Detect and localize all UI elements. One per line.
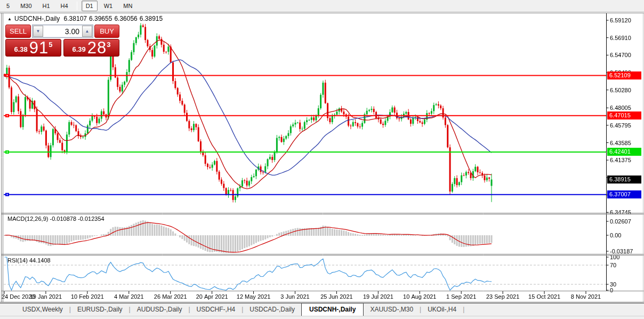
ohlc-high: 6.39655 (89, 15, 112, 22)
volume-stepper: ▼ ▲ (32, 25, 93, 38)
collapse-icon[interactable]: ▲ (7, 17, 12, 21)
rsi-indicator-label: RSI(14) 44.1408 (7, 257, 51, 264)
timeframe-button-5[interactable]: 5 (2, 1, 14, 11)
ohlc-low: 6.36056 (114, 15, 137, 22)
chart-title: ▲USDCNH-,Daily 6.381076.396556.360566.38… (7, 15, 165, 22)
buy-price-sup: 3 (107, 41, 110, 49)
sell-price-prefix: 6.38 (14, 45, 27, 53)
timeframe-button-h4[interactable]: H4 (57, 1, 73, 11)
sell-price-big: 91 (29, 40, 49, 55)
status-bar (0, 316, 644, 319)
macd-indicator-label: MACD(12,26,9) -0.010878 -0.012354 (7, 216, 104, 222)
volume-increase-button[interactable]: ▲ (82, 26, 92, 37)
sell-button[interactable]: SELL (5, 25, 31, 38)
chevron-down-icon: ▼ (36, 29, 41, 34)
chart-symbol-label: USDCNH-,Daily (14, 15, 60, 22)
terminal-window: 5M30H1H4D1W1MN ▲USDCNH-,Daily 6.381076.3… (0, 0, 644, 319)
buy-price-prefix: 6.39 (72, 45, 85, 53)
buy-price-display[interactable]: 6.39 28 3 (63, 39, 119, 57)
timeframe-button-w1[interactable]: W1 (100, 1, 117, 11)
volume-input[interactable] (43, 26, 82, 37)
hline-price-label: 6.52109 (607, 71, 641, 79)
timeframe-button-h1[interactable]: H1 (38, 1, 54, 11)
chart-tabbar: USDX,Weekly|EURUSD-,Daily|AUDUSD-,Daily|… (0, 303, 644, 316)
timeframe-button-d1[interactable]: D1 (82, 1, 98, 11)
timeframe-button-m30[interactable]: M30 (16, 1, 36, 11)
tab-usdx-weekly[interactable]: USDX,Weekly (16, 304, 69, 315)
hline-price-label: 6.37007 (607, 190, 641, 198)
tab-ukoil-h4[interactable]: UKOil-,H4 (421, 304, 463, 315)
chevron-up-icon: ▲ (85, 29, 90, 34)
tab-usdcad-daily[interactable]: USDCAD-,Daily (243, 304, 301, 315)
hline-price-label: 6.47015 (607, 111, 641, 119)
current-price-label: 6.38915 (607, 176, 641, 184)
timeframe-button-mn[interactable]: MN (119, 1, 136, 11)
tab-xauusd-m30[interactable]: XAUUSD-,M30 (364, 304, 420, 315)
hline-price-label: 6.42401 (607, 148, 641, 156)
ohlc-close: 6.38915 (140, 15, 163, 22)
timeframe-toolbar: 5M30H1H4D1W1MN (0, 0, 644, 12)
tab-usdcnh-daily[interactable]: USDCNH-,Daily (301, 303, 364, 316)
one-click-trading-panel: SELL ▼ ▲ BUY 6.38 91 5 6.39 28 3 (5, 25, 119, 57)
tab-separator: | (463, 304, 464, 315)
toolbar-separator (77, 2, 77, 10)
buy-button[interactable]: BUY (94, 25, 119, 38)
volume-decrease-button[interactable]: ▼ (33, 26, 43, 37)
sell-price-sup: 5 (49, 41, 52, 49)
buy-price-big: 28 (87, 40, 107, 55)
ohlc-open: 6.38107 (64, 15, 87, 22)
tab-eurusd-daily[interactable]: EURUSD-,Daily (71, 304, 129, 315)
sell-price-display[interactable]: 6.38 91 5 (5, 39, 61, 57)
tab-usdchf-h4[interactable]: USDCHF-,H4 (190, 304, 242, 315)
tab-audusd-daily[interactable]: AUDUSD-,Daily (131, 304, 189, 315)
